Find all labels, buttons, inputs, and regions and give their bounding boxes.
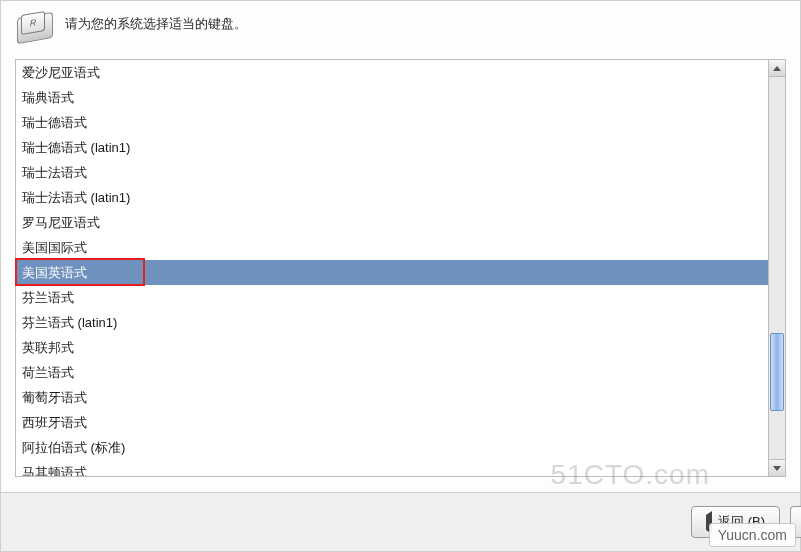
back-button[interactable]: 返回 (B): [691, 506, 780, 538]
keyboard-list[interactable]: 爱沙尼亚语式瑞典语式瑞士德语式瑞士德语式 (latin1)瑞士法语式瑞士法语式 …: [15, 59, 768, 477]
keyboard-icon: R: [15, 11, 55, 43]
back-button-label: 返回 (B): [718, 513, 765, 531]
list-item[interactable]: 葡萄牙语式: [16, 385, 768, 410]
list-item[interactable]: 瑞士德语式 (latin1): [16, 135, 768, 160]
list-item[interactable]: 瑞士法语式: [16, 160, 768, 185]
scroll-up-button[interactable]: [769, 60, 785, 77]
keyboard-list-area: 爱沙尼亚语式瑞典语式瑞士德语式瑞士德语式 (latin1)瑞士法语式瑞士法语式 …: [15, 59, 786, 477]
list-item[interactable]: 爱沙尼亚语式: [16, 60, 768, 85]
list-item[interactable]: 芬兰语式: [16, 285, 768, 310]
list-item[interactable]: 马其顿语式: [16, 460, 768, 477]
list-item[interactable]: 荷兰语式: [16, 360, 768, 385]
list-item[interactable]: 芬兰语式 (latin1): [16, 310, 768, 335]
list-item[interactable]: 瑞士法语式 (latin1): [16, 185, 768, 210]
dialog-prompt: 请为您的系统选择适当的键盘。: [65, 11, 247, 33]
arrow-left-icon: [706, 515, 712, 530]
dialog-header: R 请为您的系统选择适当的键盘。: [1, 1, 800, 49]
scroll-down-button[interactable]: [769, 459, 785, 476]
list-item[interactable]: 罗马尼亚语式: [16, 210, 768, 235]
list-item[interactable]: 瑞典语式: [16, 85, 768, 110]
scrollbar-thumb[interactable]: [770, 333, 784, 411]
scrollbar-track[interactable]: [769, 77, 785, 459]
list-item[interactable]: 瑞士德语式: [16, 110, 768, 135]
next-button-partial[interactable]: [790, 506, 801, 538]
list-item[interactable]: 英联邦式: [16, 335, 768, 360]
list-item[interactable]: 阿拉伯语式 (标准): [16, 435, 768, 460]
list-item[interactable]: 西班牙语式: [16, 410, 768, 435]
keyboard-selection-dialog: R 请为您的系统选择适当的键盘。 爱沙尼亚语式瑞典语式瑞士德语式瑞士德语式 (l…: [0, 0, 801, 552]
list-item[interactable]: 美国国际式: [16, 235, 768, 260]
list-item[interactable]: 美国英语式: [16, 260, 768, 285]
vertical-scrollbar[interactable]: [768, 59, 786, 477]
dialog-footer: 返回 (B): [1, 492, 800, 551]
